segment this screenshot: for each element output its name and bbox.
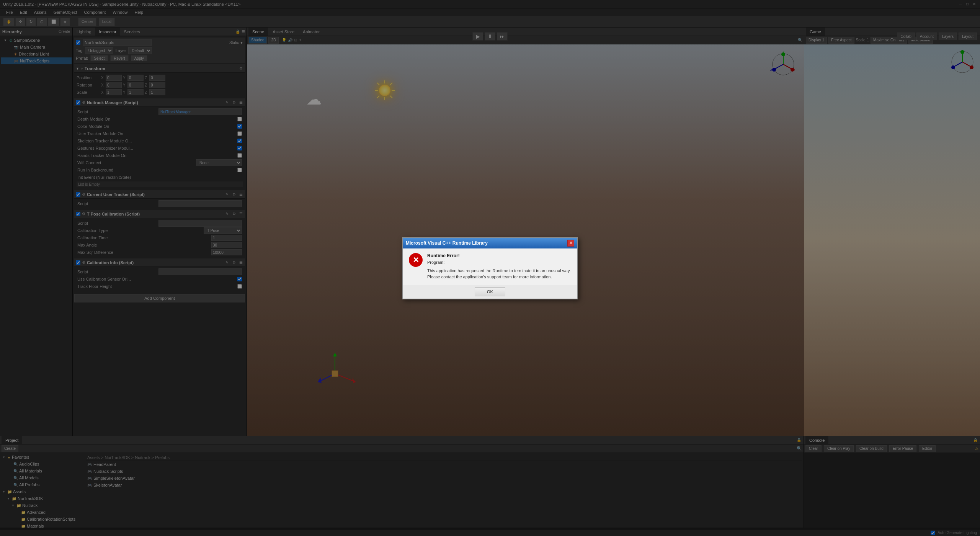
modal-close-button[interactable]: ✕ [567,240,574,247]
modal-titlebar: Microsoft Visual C++ Runtime Library ✕ [403,238,577,248]
modal-footer: OK [403,285,577,299]
modal-error-icon: ✕ [409,253,423,267]
modal-error-title: Runtime Error! [427,253,571,258]
modal-error-desc: This application has requested the Runti… [427,268,571,280]
modal-program-label: Program: [427,260,571,265]
modal-body: ✕ Runtime Error! Program: This applicati… [403,248,577,285]
modal-ok-button[interactable]: OK [475,287,505,296]
modal-dialog: Microsoft Visual C++ Runtime Library ✕ ✕… [402,237,578,299]
modal-title-text: Microsoft Visual C++ Runtime Library [406,240,488,246]
modal-overlay: Microsoft Visual C++ Runtime Library ✕ ✕… [0,0,980,536]
modal-text-area: Runtime Error! Program: This application… [427,253,571,280]
